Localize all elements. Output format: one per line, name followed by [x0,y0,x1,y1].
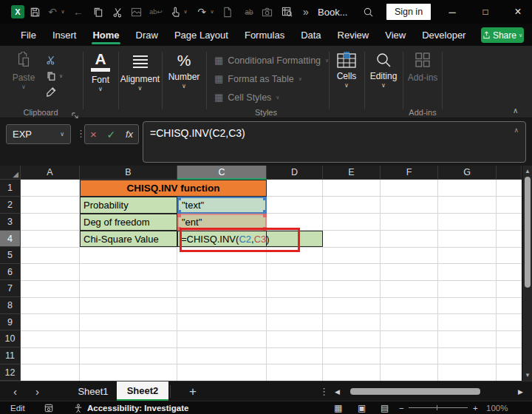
zoom-level[interactable]: 100% [486,401,508,414]
row-header-4[interactable]: 4 [0,231,21,247]
enter-icon[interactable]: ✓ [106,129,115,140]
tab-draw[interactable]: Draw [128,24,166,46]
column-header-partial[interactable] [497,166,522,180]
new-file-icon[interactable] [220,0,235,24]
undo-dropdown-icon[interactable]: ∨ [59,0,66,24]
scroll-up-icon[interactable]: ▲ [522,168,532,174]
sheet-nav-right-icon[interactable]: › [35,381,39,401]
search-icon[interactable] [361,0,375,24]
hscroll-right-icon[interactable]: ▶ [518,381,523,401]
zoom-out-icon[interactable]: − [399,401,404,414]
number-group-button[interactable]: % Number ∨ [163,52,205,89]
paste-button[interactable]: Paste ∨ [10,52,38,90]
hscroll-left-icon[interactable]: ◀ [335,381,340,401]
camera-icon[interactable] [259,0,274,24]
paste-special-icon[interactable] [129,0,143,24]
horizontal-scrollbar-thumb[interactable] [350,388,480,395]
add-sheet-icon[interactable]: + [189,381,197,401]
formula-input[interactable]: =CHISQ.INV(C2,C3) ∧ [143,121,526,163]
zoom-slider[interactable] [409,407,468,408]
wrap-text-icon[interactable]: ab↩ [148,0,164,24]
cell-B3[interactable]: Deg of freedom [80,214,177,231]
column-header-D[interactable]: D [267,166,323,180]
page-layout-view-icon[interactable]: ▣ [358,401,366,414]
collapse-ribbon-icon[interactable]: ∧ [513,106,518,115]
sheet-nav-left-icon[interactable]: ‹ [13,381,17,401]
row-header-1[interactable]: 1 [0,180,21,197]
column-header-F[interactable]: F [381,166,438,180]
copy-icon[interactable] [90,0,105,24]
sheet-tab-sheet1[interactable]: Sheet1 [70,381,116,401]
tab-view[interactable]: View [377,24,414,46]
row-header-12[interactable]: 12 [0,364,21,381]
redo-dropdown-icon[interactable]: ∨ [208,0,216,24]
accessibility-icon[interactable] [74,401,83,414]
select-all-corner[interactable]: ◢ [0,166,21,180]
insert-function-icon[interactable]: fx [126,129,133,140]
row-header-10[interactable]: 10 [0,330,21,347]
row-header-6[interactable]: 6 [0,264,21,280]
normal-view-icon[interactable]: ▦ [334,401,342,414]
format-as-table-button[interactable]: ▦ Format as Table ∨ [214,73,302,84]
column-header-A[interactable]: A [21,166,80,180]
editing-group-button[interactable]: Editing ∨ [365,52,402,89]
alignment-group-button[interactable]: Alignment ∨ [119,52,161,92]
copy-button[interactable]: ∨ [46,71,63,81]
addins-button[interactable]: Add-ins [403,52,442,83]
cell-C2[interactable]: "text" [177,197,267,214]
scroll-down-icon[interactable]: ▼ [522,372,532,379]
sheet-tab-menu-icon[interactable]: ⋮ [319,381,329,401]
strikethrough-icon[interactable]: ab [241,0,257,24]
expand-formula-bar-icon[interactable]: ∧ [514,126,519,134]
row-header-3[interactable]: 3 [0,214,21,231]
zoom-in-icon[interactable]: + [473,401,478,414]
font-group-button[interactable]: A Font ∨ [83,52,117,92]
tab-page-layout[interactable]: Page Layout [166,24,236,46]
page-break-view-icon[interactable]: ▤ [381,401,389,414]
cell-B1-merged-title[interactable]: CHISQ.INV function [80,180,267,197]
cell-B4[interactable]: Chi-Square Value [80,231,177,247]
share-button[interactable]: Share ∨ [481,27,524,43]
cut-icon[interactable] [110,0,125,24]
cell-B2[interactable]: Probability [80,197,177,214]
tab-review[interactable]: Review [330,24,378,46]
vertical-scrollbar[interactable]: ▲ ▼ [522,166,532,381]
touch-mode-dropdown-icon[interactable]: ∨ [182,0,189,24]
conditional-formatting-button[interactable]: ▦ Conditional Formatting ∨ [214,55,329,66]
cancel-icon[interactable]: × [90,128,97,140]
cells-group-button[interactable]: Cells ∨ [330,52,364,89]
sheet-tab-sheet2[interactable]: Sheet2 [117,381,168,401]
form-lookup-icon[interactable] [279,0,295,24]
save-icon[interactable] [27,0,43,24]
close-button[interactable]: × [505,0,531,24]
vertical-scrollbar-thumb[interactable] [525,177,531,288]
format-painter-button[interactable] [46,86,57,101]
touch-mode-icon[interactable] [168,0,183,24]
column-header-G[interactable]: G [438,166,497,180]
row-header-9[interactable]: 9 [0,314,21,330]
cell-styles-button[interactable]: ▦ Cell Styles ∨ [214,92,279,103]
column-header-C[interactable]: C [177,166,267,180]
accessibility-status[interactable]: Accessibility: Investigate [87,401,188,414]
tab-insert[interactable]: Insert [44,24,85,46]
horizontal-scrollbar[interactable] [346,388,514,396]
name-box[interactable]: EXP ∨ [6,124,71,144]
row-header-5[interactable]: 5 [0,247,21,264]
macro-record-icon[interactable] [44,401,53,414]
column-header-B[interactable]: B [80,166,177,180]
back-arrow-icon[interactable]: ← [71,0,86,24]
tab-file[interactable]: File [13,24,44,46]
tab-home[interactable]: Home [84,24,127,46]
name-box-dropdown-icon[interactable]: ∨ [60,131,64,138]
tab-developer[interactable]: Developer [414,24,474,46]
sign-in-button[interactable]: Sign in [386,4,431,20]
tab-formulas[interactable]: Formulas [236,24,293,46]
cut-button[interactable] [46,55,56,68]
maximize-button[interactable]: □ [473,0,498,24]
row-header-2[interactable]: 2 [0,197,21,214]
row-header-11[interactable]: 11 [0,347,21,364]
undo-icon[interactable]: ↶ [46,0,59,24]
tab-data[interactable]: Data [293,24,329,46]
row-header-7[interactable]: 7 [0,280,21,297]
redo-icon[interactable]: ↷ [194,0,209,24]
